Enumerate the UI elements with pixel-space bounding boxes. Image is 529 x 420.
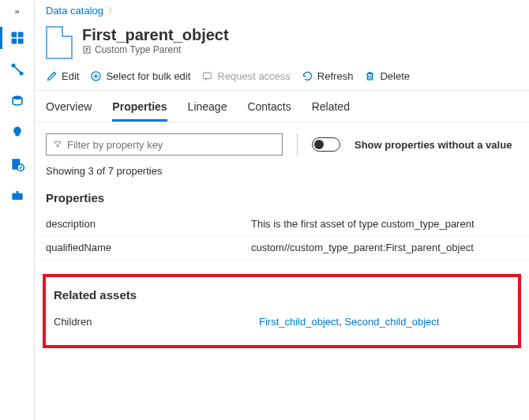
delete-button[interactable]: Delete xyxy=(364,70,410,82)
show-empty-toggle[interactable] xyxy=(312,137,340,152)
breadcrumb-link[interactable]: Data catalog xyxy=(46,5,103,17)
svg-rect-9 xyxy=(12,193,22,200)
property-value: custom//custom_type_parent:First_parent_… xyxy=(251,242,518,253)
property-key: qualifiedName xyxy=(46,242,251,253)
chevron-right-icon: 〉 xyxy=(108,6,116,17)
svg-rect-13 xyxy=(204,73,212,79)
toolbar: Edit Select for bulk edit Request access… xyxy=(35,66,529,91)
type-icon xyxy=(82,45,92,54)
filter-icon xyxy=(53,140,62,149)
property-value: This is the first asset of type custom_t… xyxy=(251,218,518,230)
rail-insights-icon[interactable] xyxy=(0,117,35,148)
page-subtitle: Custom Type Parent xyxy=(82,44,229,55)
svg-rect-3 xyxy=(17,39,23,44)
filter-field[interactable] xyxy=(67,139,276,151)
refresh-button[interactable]: Refresh xyxy=(302,70,354,82)
rail-management-icon[interactable] xyxy=(0,180,35,212)
related-assets-highlight: Related assets Children First_child_obje… xyxy=(43,274,521,348)
property-key: description xyxy=(46,218,251,230)
breadcrumb: Data catalog 〉 xyxy=(35,0,529,21)
svg-rect-2 xyxy=(11,39,17,44)
divider xyxy=(297,133,298,156)
related-label: Children xyxy=(54,316,259,328)
edit-button[interactable]: Edit xyxy=(46,70,79,82)
request-access-button: Request access xyxy=(201,70,291,82)
rail-connections-icon[interactable] xyxy=(0,54,35,85)
bulk-edit-button[interactable]: Select for bulk edit xyxy=(90,70,190,82)
toggle-label: Show properties without a value xyxy=(355,139,512,151)
tab-lineage[interactable]: Lineage xyxy=(188,100,227,122)
property-row: description This is the first asset of t… xyxy=(35,212,529,236)
svg-rect-10 xyxy=(16,191,18,193)
related-link[interactable]: Second_child_object xyxy=(344,316,439,328)
svg-point-6 xyxy=(13,96,22,99)
tab-related[interactable]: Related xyxy=(312,100,350,122)
svg-rect-1 xyxy=(17,32,23,38)
page-header: First_parent_object Custom Type Parent xyxy=(35,21,529,66)
rail-catalog-icon[interactable] xyxy=(0,22,35,54)
properties-heading: Properties xyxy=(35,183,529,212)
property-row: qualifiedName custom//custom_type_parent… xyxy=(35,236,529,260)
related-links: First_child_object, Second_child_object xyxy=(259,316,439,328)
tabs: Overview Properties Lineage Contacts Rel… xyxy=(35,91,529,122)
status-text: Showing 3 of 7 properties xyxy=(35,162,529,183)
rail-policy-icon[interactable] xyxy=(0,148,35,180)
tab-contacts[interactable]: Contacts xyxy=(247,100,291,122)
svg-rect-0 xyxy=(11,32,17,38)
related-assets-heading: Related assets xyxy=(49,280,515,309)
related-row: Children First_child_object, Second_chil… xyxy=(49,309,515,334)
filter-input[interactable] xyxy=(46,133,283,156)
document-icon xyxy=(46,26,73,59)
related-link[interactable]: First_child_object xyxy=(259,316,339,328)
main-content: Data catalog 〉 First_parent_object Custo… xyxy=(35,0,529,420)
filter-bar: Show properties without a value xyxy=(35,122,529,162)
tab-overview[interactable]: Overview xyxy=(46,100,92,122)
rail-data-icon[interactable] xyxy=(0,85,35,117)
tab-properties[interactable]: Properties xyxy=(112,100,167,122)
left-rail: » xyxy=(0,0,35,420)
page-title: First_parent_object xyxy=(82,26,229,44)
expand-rail-button[interactable]: » xyxy=(0,0,34,22)
